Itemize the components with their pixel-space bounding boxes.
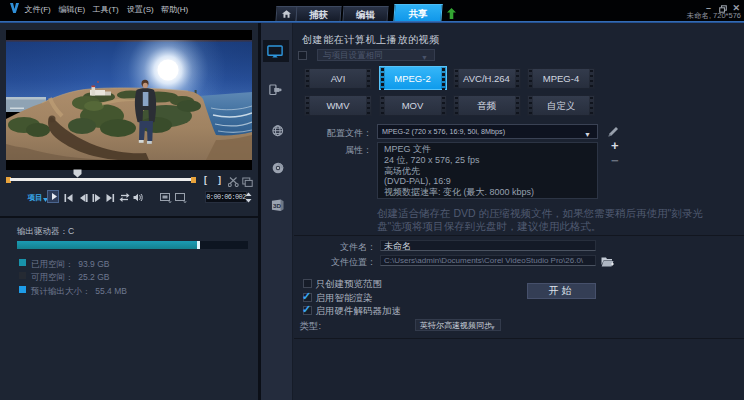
svg-text:3D: 3D xyxy=(273,202,281,209)
